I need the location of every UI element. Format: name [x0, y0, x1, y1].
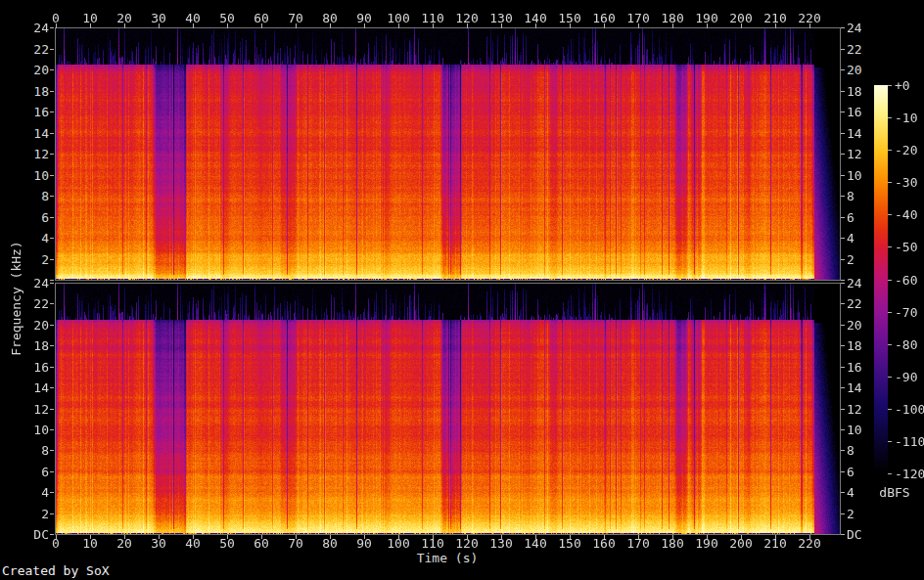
freq-tick-left	[50, 283, 54, 284]
freq-tick-label-left: 12	[18, 403, 49, 416]
freq-tick-right	[841, 367, 845, 368]
colorbar-tick	[888, 409, 892, 410]
freq-tick-label-right: 24	[847, 277, 880, 290]
freq-tick-label-left: 16	[18, 106, 49, 118]
colorbar-tick	[888, 246, 892, 247]
freq-tick-label-left: 18	[18, 85, 49, 98]
freq-tick-right	[841, 429, 845, 430]
spectrogram-channel-right	[56, 284, 840, 534]
time-tick-label-top: 170	[619, 12, 658, 24]
freq-dc-label-left: DC	[18, 528, 49, 541]
time-tick-label-bottom: 180	[653, 537, 692, 550]
time-tick-label-bottom: 130	[482, 537, 521, 550]
time-tick-label-top: 190	[687, 12, 726, 24]
time-tick-label-top: 180	[653, 12, 692, 24]
time-tick-label-bottom: 120	[447, 537, 486, 550]
colorbar-tick	[888, 473, 892, 474]
time-tick-label-top: 220	[790, 12, 829, 24]
time-tick-label-bottom: 40	[173, 537, 212, 550]
freq-tick-label-right: 10	[847, 169, 880, 182]
freq-tick-left	[50, 303, 54, 304]
time-tick-label-bottom: 190	[687, 537, 726, 550]
colorbar-tick-label: -110	[895, 435, 924, 448]
freq-tick-left	[50, 325, 54, 326]
colorbar-tick	[888, 182, 892, 183]
colorbar-tick-label: -60	[895, 274, 924, 287]
colorbar-tick-label: -80	[895, 338, 924, 351]
colorbar-tick	[888, 117, 892, 118]
freq-tick-left	[50, 238, 54, 239]
freq-tick-right	[841, 259, 845, 260]
freq-tick-right	[841, 387, 845, 388]
freq-tick-label-right: 12	[847, 148, 880, 160]
time-tick-label-top: 140	[516, 12, 555, 24]
freq-tick-label-left: 6	[18, 466, 49, 478]
time-tick-label-bottom: 150	[550, 537, 589, 550]
freq-tick-right	[841, 49, 845, 50]
freq-tick-label-right: 6	[847, 211, 880, 224]
freq-tick-right	[841, 175, 845, 176]
freq-tick-left	[50, 175, 54, 176]
freq-tick-left	[50, 429, 54, 430]
freq-tick-left	[50, 345, 54, 346]
time-tick-label-top: 200	[721, 12, 761, 24]
time-tick-label-top: 150	[550, 12, 589, 24]
freq-tick-label-right: 4	[847, 232, 880, 245]
time-tick-label-bottom: 90	[345, 537, 384, 550]
freq-tick-label-left: 22	[18, 43, 49, 56]
time-tick-label-top: 120	[447, 12, 486, 24]
time-tick-label-bottom: 200	[721, 537, 761, 550]
freq-tick-label-right: 20	[847, 319, 880, 332]
freq-tick-label-left: 2	[18, 508, 49, 520]
freq-tick-label-right: 14	[847, 381, 880, 394]
freq-tick-label-right: 22	[847, 43, 880, 56]
freq-tick-left	[50, 217, 54, 218]
freq-tick-right	[841, 112, 845, 112]
time-tick-label-top: 110	[413, 12, 452, 24]
colorbar-tick	[888, 85, 892, 86]
freq-tick-label-left: 20	[18, 64, 49, 76]
time-tick-label-top: 90	[345, 12, 384, 24]
time-tick-label-top: 50	[208, 12, 247, 24]
time-tick-label-top: 10	[70, 12, 110, 24]
freq-tick-label-right: 14	[847, 127, 880, 140]
freq-tick-label-right: 20	[847, 64, 880, 76]
freq-tick-right	[841, 345, 845, 346]
time-tick-label-bottom: 30	[139, 537, 178, 550]
freq-tick-right	[841, 280, 845, 281]
time-tick-label-top: 60	[242, 12, 281, 24]
colorbar-tick	[888, 312, 892, 313]
freq-tick-left	[50, 133, 54, 134]
colorbar-tick	[888, 377, 892, 378]
freq-tick-label-right: 12	[847, 403, 880, 416]
time-axis-title: Time (s)	[389, 552, 506, 564]
freq-tick-label-right: 18	[847, 339, 880, 352]
colorbar-tick-label: -40	[895, 208, 924, 221]
freq-tick-label-right: 2	[847, 508, 880, 520]
time-tick-label-top: 130	[482, 12, 521, 24]
freq-tick-label-right: 6	[847, 466, 880, 478]
freq-tick-right	[841, 91, 845, 92]
colorbar-tick-label: -30	[895, 176, 924, 189]
colorbar-tick-label: -10	[895, 112, 924, 124]
freq-tick-right	[841, 69, 845, 70]
freq-tick-label-right: 10	[847, 424, 880, 436]
freq-tick-left	[50, 367, 54, 368]
freq-tick-label-right: 8	[847, 190, 880, 202]
freq-tick-left	[50, 259, 54, 260]
time-tick-label-bottom: 50	[208, 537, 247, 550]
time-tick-label-bottom: 80	[310, 537, 349, 550]
freq-tick-label-right: 24	[847, 22, 880, 34]
freq-tick-label-left: 8	[18, 444, 49, 457]
freq-tick-label-right: 16	[847, 106, 880, 118]
freq-tick-label-left: 6	[18, 211, 49, 224]
freq-tick-left	[50, 69, 54, 70]
time-tick-label-bottom: 60	[242, 537, 281, 550]
time-tick-label-top: 20	[105, 12, 144, 24]
time-tick-label-top: 30	[139, 12, 178, 24]
freq-tick-left	[50, 492, 54, 493]
colorbar-tick-label: -120	[895, 468, 924, 480]
freq-tick-label-left: 10	[18, 169, 49, 182]
freq-tick-left	[50, 49, 54, 50]
colorbar-tick	[888, 280, 892, 281]
